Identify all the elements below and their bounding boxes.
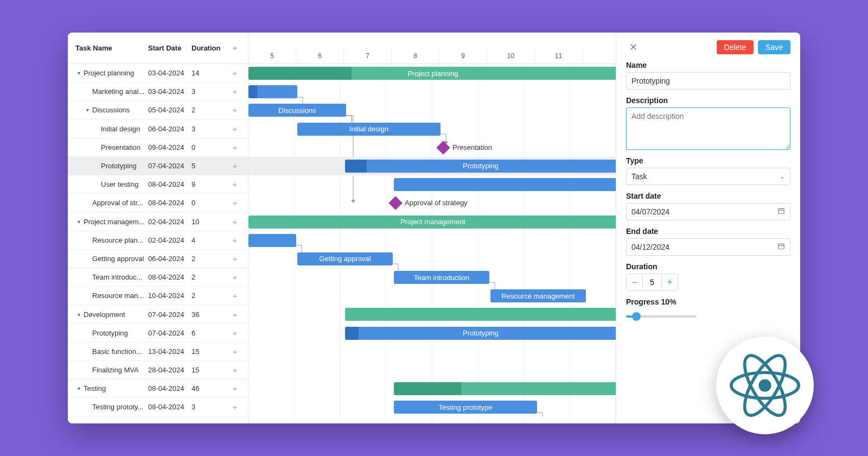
task-bar[interactable]: Getting approval xyxy=(297,252,393,265)
task-row[interactable]: Team introduc...08-04-20242+ xyxy=(68,268,248,287)
task-row[interactable]: Resource man...10-04-20242+ xyxy=(68,287,248,305)
add-subtask-button[interactable]: + xyxy=(225,273,245,282)
gantt-row[interactable]: Presentation xyxy=(248,138,616,157)
task-bar[interactable]: Resource management xyxy=(490,289,586,302)
close-icon[interactable]: ✕ xyxy=(626,40,641,54)
expand-icon[interactable]: ▾ xyxy=(75,219,82,225)
task-bar[interactable]: Discussions xyxy=(248,104,346,117)
gantt-row[interactable] xyxy=(248,361,616,379)
expand-icon[interactable]: ▾ xyxy=(75,312,82,318)
add-subtask-button[interactable]: + xyxy=(225,365,245,375)
gantt-row[interactable]: Testing prototype xyxy=(248,398,616,416)
add-subtask-button[interactable]: + xyxy=(225,143,245,152)
gantt-row[interactable]: Discussions xyxy=(248,101,616,119)
add-subtask-button[interactable]: + xyxy=(225,254,245,263)
type-select[interactable] xyxy=(626,168,790,185)
summary-bar[interactable] xyxy=(394,382,616,395)
task-row[interactable]: Testing prototy...08-04-20243+ xyxy=(68,398,248,416)
task-bar[interactable]: Prototyping xyxy=(345,327,616,340)
gantt-chart[interactable]: 567891011 Project planningDiscussionsIni… xyxy=(248,33,616,423)
task-row[interactable]: Approval of str...08-04-20240+ xyxy=(68,194,248,212)
add-subtask-button[interactable]: + xyxy=(225,105,245,115)
add-subtask-button[interactable]: + xyxy=(225,198,245,207)
task-row[interactable]: Initial design06-04-20243+ xyxy=(68,120,248,138)
add-subtask-button[interactable]: + xyxy=(225,328,245,338)
task-bar[interactable]: Testing prototype xyxy=(394,401,537,414)
task-bar[interactable]: Team introduction xyxy=(394,271,489,284)
gantt-row[interactable]: Resource management xyxy=(248,287,616,305)
gantt-row[interactable]: Project planning xyxy=(248,64,616,83)
end-date-field[interactable] xyxy=(626,238,790,256)
add-subtask-button[interactable]: + xyxy=(225,384,245,393)
task-row[interactable]: Presentation09-04-20240+ xyxy=(68,138,248,157)
col-header-duration[interactable]: Duration xyxy=(192,44,225,52)
gantt-row[interactable] xyxy=(248,83,616,101)
task-row[interactable]: ▾Development07-04-202436+ xyxy=(68,305,248,324)
task-bar[interactable] xyxy=(394,178,616,191)
task-row[interactable]: ▾Project planning03-04-202414+ xyxy=(68,64,248,83)
col-header-start[interactable]: Start Date xyxy=(148,44,192,52)
expand-icon[interactable]: ▾ xyxy=(84,107,91,113)
calendar-icon[interactable] xyxy=(777,243,785,252)
task-bar[interactable] xyxy=(248,234,296,247)
task-row[interactable]: Getting approval06-04-20242+ xyxy=(68,250,248,268)
summary-bar[interactable]: Project planning xyxy=(248,67,616,80)
task-name-cell: Approval of str... xyxy=(75,199,143,207)
add-subtask-button[interactable]: + xyxy=(225,87,245,96)
duration-increment-button[interactable]: + xyxy=(661,274,678,290)
milestone-marker[interactable] xyxy=(388,197,402,210)
gantt-row[interactable]: Approval of strategy xyxy=(248,194,616,212)
add-subtask-button[interactable]: + xyxy=(225,217,245,226)
add-subtask-button[interactable]: + xyxy=(225,161,245,170)
task-bar[interactable] xyxy=(248,85,297,98)
task-bar[interactable]: Prototyping xyxy=(345,160,616,173)
add-subtask-button[interactable]: + xyxy=(225,402,245,411)
add-column-button[interactable]: + xyxy=(225,43,245,53)
expand-icon[interactable]: ▾ xyxy=(75,385,82,391)
add-subtask-button[interactable]: + xyxy=(225,124,245,134)
task-row[interactable]: User testing08-04-20249+ xyxy=(68,175,248,194)
gantt-body[interactable]: Project planningDiscussionsInitial desig… xyxy=(248,64,616,423)
task-bar[interactable]: Initial design xyxy=(297,123,441,136)
add-subtask-button[interactable]: + xyxy=(225,236,245,245)
add-subtask-button[interactable]: + xyxy=(225,180,245,189)
gantt-row[interactable] xyxy=(248,231,616,250)
add-subtask-button[interactable]: + xyxy=(225,68,245,78)
gantt-row[interactable]: Initial design xyxy=(248,120,616,138)
summary-bar[interactable] xyxy=(345,308,616,321)
gantt-row[interactable]: Prototyping xyxy=(248,324,616,343)
task-row[interactable]: ▾Discussions05-04-20242+ xyxy=(68,101,248,119)
add-subtask-button[interactable]: + xyxy=(225,291,245,300)
progress-slider[interactable] xyxy=(626,315,697,318)
milestone-marker[interactable] xyxy=(436,141,450,154)
gantt-row[interactable] xyxy=(248,379,616,398)
add-subtask-button[interactable]: + xyxy=(225,310,245,319)
gantt-row[interactable]: Team introduction xyxy=(248,268,616,287)
duration-decrement-button[interactable]: − xyxy=(627,274,643,290)
task-row[interactable]: Finalizing MVA28-04-202415+ xyxy=(68,361,248,379)
description-field[interactable] xyxy=(626,107,790,150)
add-subtask-button[interactable]: + xyxy=(225,347,245,356)
task-name-cell: Initial design xyxy=(75,125,140,133)
start-date-field[interactable] xyxy=(626,203,790,220)
gantt-row[interactable] xyxy=(248,305,616,324)
col-header-name[interactable]: Task Name xyxy=(68,44,148,52)
task-row[interactable]: Prototyping07-04-20245+ xyxy=(68,157,248,175)
delete-button[interactable]: Delete xyxy=(717,40,754,54)
save-button[interactable]: Save xyxy=(758,40,790,54)
calendar-icon[interactable] xyxy=(777,207,785,217)
task-row[interactable]: Prototyping07-04-20246+ xyxy=(68,324,248,343)
task-row[interactable]: ▾Testing08-04-202446+ xyxy=(68,379,248,398)
name-field[interactable] xyxy=(626,72,790,90)
task-row[interactable]: Resource plan...02-04-20244+ xyxy=(68,231,248,250)
gantt-row[interactable]: Prototyping xyxy=(248,157,616,175)
task-row[interactable]: ▾Project managem...02-04-202410+ xyxy=(68,213,248,231)
expand-icon[interactable]: ▾ xyxy=(75,70,82,76)
gantt-row[interactable] xyxy=(248,175,616,194)
task-row[interactable]: Basic function...13-04-202415+ xyxy=(68,343,248,361)
gantt-row[interactable]: Getting approval xyxy=(248,250,616,268)
gantt-row[interactable] xyxy=(248,343,616,361)
summary-bar[interactable]: Project management xyxy=(248,216,616,229)
task-row[interactable]: Marketing anal...03-04-20243+ xyxy=(68,83,248,101)
gantt-row[interactable]: Project management xyxy=(248,213,616,231)
